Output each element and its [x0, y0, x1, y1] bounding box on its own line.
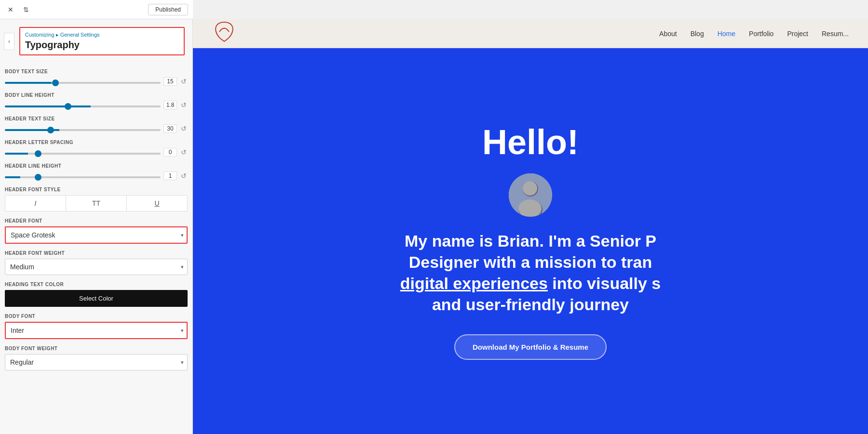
italic-button[interactable]: I: [5, 196, 66, 211]
underline-button[interactable]: U: [127, 196, 187, 211]
hero-desc-underline: digital experiences: [400, 274, 548, 292]
nav-about[interactable]: About: [659, 30, 677, 38]
body-line-height-row: 1.8 ↺: [5, 101, 188, 109]
header-font-select[interactable]: Space Grotesk Inter Roboto Montserrat: [5, 226, 188, 244]
body-font-group: BODY FONT Inter Roboto Space Grotesk Mon…: [5, 314, 188, 339]
header-font-label: HEADER FONT: [5, 218, 188, 224]
body-text-size-label: BODY TEXT SIZE: [5, 69, 188, 74]
caps-button[interactable]: TT: [66, 196, 127, 211]
body-text-size-slider-container: [5, 77, 161, 86]
body-font-weight-wrapper: Regular Medium Bold Light ▾: [5, 354, 188, 370]
header-font-weight-wrapper: Medium Regular Bold Light ▾: [5, 259, 188, 275]
header-letter-spacing-slider[interactable]: [5, 153, 161, 155]
header-font-style-group: HEADER FONT STYLE I TT U: [5, 187, 188, 211]
main-layout: ‹ Customizing ▸ General Settings Typogra…: [0, 19, 868, 434]
nav-resume[interactable]: Resum...: [822, 30, 849, 38]
nav-blog[interactable]: Blog: [691, 30, 704, 38]
header-line-height-slider[interactable]: [5, 176, 161, 178]
hero-hello: Hello!: [482, 122, 579, 162]
body-line-height-group: BODY LINE HEIGHT 1.8 ↺: [5, 92, 188, 109]
preview-nav: About Blog Home Portfolio Project Resum.…: [659, 30, 849, 38]
preview-navbar: About Blog Home Portfolio Project Resum.…: [193, 19, 868, 48]
nav-home[interactable]: Home: [718, 30, 735, 38]
body-font-label: BODY FONT: [5, 314, 188, 319]
body-font-weight-group: BODY FONT WEIGHT Regular Medium Bold Lig…: [5, 346, 188, 370]
body-line-height-value: 1.8: [163, 101, 177, 109]
header-font-group: HEADER FONT Space Grotesk Inter Roboto M…: [5, 218, 188, 244]
header-font-weight-label: HEADER FONT WEIGHT: [5, 250, 188, 256]
close-button[interactable]: ✕: [5, 4, 16, 15]
hero-avatar: [509, 173, 552, 217]
nav-portfolio[interactable]: Portfolio: [749, 30, 773, 38]
body-text-size-group: BODY TEXT SIZE 15 ↺: [5, 69, 188, 86]
header-line-height-group: HEADER LINE HEIGHT 1 ↺: [5, 163, 188, 180]
header-font-style-label: HEADER FONT STYLE: [5, 187, 188, 192]
left-panel: ‹ Customizing ▸ General Settings Typogra…: [0, 19, 193, 434]
breadcrumb-section: Customizing ▸ General Settings Typograph…: [19, 27, 185, 55]
breadcrumb: Customizing ▸ General Settings: [25, 32, 179, 38]
preview-hero: Hello! My name is Brian. I'm a Senior P …: [193, 48, 868, 434]
body-line-height-slider[interactable]: [5, 105, 161, 107]
body-text-size-reset[interactable]: ↺: [180, 77, 188, 86]
page-title: Typography: [25, 39, 179, 51]
nav-project[interactable]: Project: [787, 30, 808, 38]
body-line-height-label: BODY LINE HEIGHT: [5, 92, 188, 98]
select-color-button[interactable]: Select Color: [5, 290, 188, 307]
body-font-select[interactable]: Inter Roboto Space Grotesk Montserrat: [5, 322, 188, 339]
header-font-weight-select[interactable]: Medium Regular Bold Light: [5, 259, 188, 275]
hero-cta-button[interactable]: Download My Portfolio & Resume: [454, 334, 607, 360]
body-text-size-slider[interactable]: [5, 82, 161, 84]
swap-button[interactable]: ⇅: [20, 4, 32, 15]
body-text-size-value: 15: [163, 77, 177, 86]
top-toolbar: ✕ ⇅ Published: [0, 0, 193, 19]
header-letter-spacing-label: HEADER LETTER SPACING: [5, 140, 188, 145]
header-line-height-label: HEADER LINE HEIGHT: [5, 163, 188, 169]
svg-point-3: [523, 181, 537, 196]
header-letter-spacing-reset[interactable]: ↺: [180, 148, 188, 157]
header-text-size-reset[interactable]: ↺: [180, 124, 188, 133]
preview-logo: [212, 20, 236, 47]
header-text-size-value: 30: [163, 124, 177, 133]
header-text-size-group: HEADER TEXT SIZE 30 ↺: [5, 116, 188, 133]
settings-content: BODY TEXT SIZE 15 ↺ BODY LINE HEIGHT 1.8: [0, 63, 192, 434]
header-line-height-value: 1: [163, 171, 177, 180]
header-text-size-slider[interactable]: [5, 129, 161, 131]
header-line-height-reset[interactable]: ↺: [180, 171, 188, 180]
heading-text-color-group: HEADING TEXT COLOR Select Color: [5, 282, 188, 307]
body-font-weight-select[interactable]: Regular Medium Bold Light: [5, 354, 188, 370]
body-font-weight-label: BODY FONT WEIGHT: [5, 346, 188, 351]
header-letter-spacing-group: HEADER LETTER SPACING 0 ↺: [5, 140, 188, 157]
header-font-dropdown-wrapper: Space Grotesk Inter Roboto Montserrat ▾: [5, 226, 188, 244]
back-button[interactable]: ‹: [4, 33, 14, 50]
published-button[interactable]: Published: [148, 4, 188, 15]
body-font-dropdown-wrapper: Inter Roboto Space Grotesk Montserrat ▾: [5, 322, 188, 339]
hero-description: My name is Brian. I'm a Senior P Designe…: [400, 230, 661, 316]
header-font-weight-group: HEADER FONT WEIGHT Medium Regular Bold L…: [5, 250, 188, 275]
font-style-row: I TT U: [5, 195, 188, 211]
header-letter-spacing-value: 0: [163, 148, 177, 157]
right-preview: About Blog Home Portfolio Project Resum.…: [193, 19, 868, 434]
heading-text-color-label: HEADING TEXT COLOR: [5, 282, 188, 287]
body-text-size-row: 15 ↺: [5, 77, 188, 86]
header-text-size-label: HEADER TEXT SIZE: [5, 116, 188, 121]
body-line-height-reset[interactable]: ↺: [180, 101, 188, 109]
